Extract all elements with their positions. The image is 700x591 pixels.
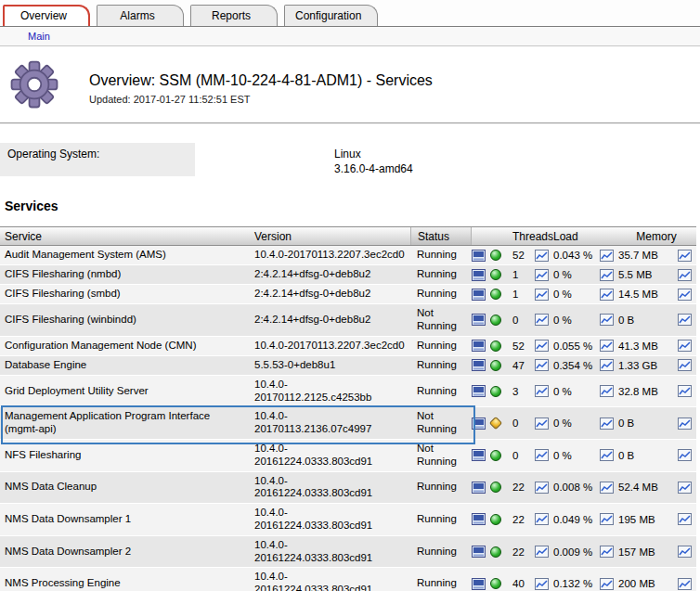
- service-name: NFS Filesharing: [5, 449, 251, 462]
- terminal-icon[interactable]: [472, 418, 486, 430]
- running-led-icon: [490, 546, 501, 558]
- load-chart-icon[interactable]: [600, 513, 616, 525]
- threads-chart-icon[interactable]: [535, 269, 551, 281]
- service-name-cell: Configuration Management Node (CMN): [0, 340, 251, 353]
- service-name-cell: Management Application Program Interface…: [0, 410, 251, 436]
- threads-chart-icon[interactable]: [535, 513, 551, 525]
- threads-chart-icon[interactable]: [535, 418, 551, 430]
- load-chart-icon[interactable]: [600, 340, 616, 352]
- os-value: Linux 3.16.0-4-amd64: [334, 143, 413, 176]
- service-version-line2: 20170113.2136.07c4997: [254, 423, 410, 436]
- terminal-icon[interactable]: [472, 289, 486, 301]
- load-chart-icon[interactable]: [600, 546, 616, 558]
- threads-value: 3: [509, 386, 535, 397]
- service-name-cell: NMS Data Cleanup: [0, 481, 251, 494]
- tab-configuration[interactable]: Configuration: [284, 5, 378, 26]
- terminal-icon[interactable]: [472, 250, 486, 262]
- service-version-cell: 10.4.0- 20161224.0333.803cd91: [251, 507, 410, 533]
- load-chart-icon[interactable]: [600, 449, 616, 461]
- service-version-line2: 20161224.0333.803cd91: [254, 552, 410, 565]
- memory-chart-icon[interactable]: [678, 385, 694, 397]
- column-header-status: Status: [410, 227, 472, 245]
- status-led-cell: [490, 450, 509, 461]
- threads-chart-icon[interactable]: [535, 289, 551, 301]
- service-status-cell: Not Running: [410, 443, 472, 469]
- memory-chart-icon[interactable]: [678, 314, 694, 326]
- terminal-icon[interactable]: [472, 546, 486, 558]
- terminal-icon[interactable]: [472, 578, 486, 590]
- terminal-icon[interactable]: [472, 513, 486, 525]
- memory-chart-icon[interactable]: [678, 482, 694, 494]
- load-chart-icon[interactable]: [600, 418, 616, 430]
- service-version-cell: 2:4.2.14+dfsg-0+deb8u2: [251, 288, 410, 301]
- service-version: 10.4.0-: [254, 443, 410, 456]
- load-value: 0.043 %: [551, 250, 600, 261]
- threads-chart-icon[interactable]: [535, 546, 551, 558]
- load-chart-icon[interactable]: [600, 314, 616, 326]
- threads-chart-icon[interactable]: [535, 250, 551, 262]
- memory-chart-icon[interactable]: [678, 546, 694, 558]
- load-chart-icon[interactable]: [600, 482, 616, 494]
- memory-chart-icon[interactable]: [678, 340, 694, 352]
- table-row: NFS Filesharing 10.4.0- 20161224.0333.80…: [0, 440, 696, 472]
- service-version-cell: 10.4.0-20170113.2207.3ec2cd0: [251, 340, 410, 353]
- services-table-body: Audit Management System (AMS) 10.4.0-201…: [0, 246, 696, 591]
- status-led-cell: [490, 578, 509, 589]
- running-led-icon: [490, 269, 501, 280]
- memory-chart-icon[interactable]: [678, 250, 694, 262]
- column-header-memory: Memory: [616, 227, 696, 245]
- terminal-icon[interactable]: [472, 359, 486, 371]
- service-status-cell: Running: [410, 268, 472, 281]
- threads-chart-icon[interactable]: [535, 482, 551, 494]
- load-chart-icon[interactable]: [600, 289, 616, 301]
- memory-chart-icon[interactable]: [678, 269, 694, 281]
- load-chart-icon[interactable]: [600, 250, 616, 262]
- status-led-cell: [490, 418, 509, 428]
- terminal-icon-cell: [472, 482, 490, 494]
- terminal-icon[interactable]: [472, 385, 486, 397]
- load-value: 0 %: [551, 269, 600, 280]
- tab-alarms[interactable]: Alarms: [97, 5, 184, 26]
- threads-chart-icon[interactable]: [535, 340, 551, 352]
- threads-chart-icon[interactable]: [535, 359, 551, 371]
- memory-chart-icon[interactable]: [678, 513, 694, 525]
- terminal-icon[interactable]: [472, 314, 486, 326]
- service-name: NMS Data Downsampler 2: [5, 546, 251, 559]
- threads-chart-icon[interactable]: [535, 385, 551, 397]
- memory-chart-icon[interactable]: [678, 578, 694, 590]
- service-name-cell: Grid Deployment Utility Server: [0, 385, 251, 398]
- table-row: Configuration Management Node (CMN) 10.4…: [0, 337, 696, 356]
- threads-chart-icon[interactable]: [535, 449, 551, 461]
- memory-chart-icon[interactable]: [678, 418, 694, 430]
- memory-chart-icon[interactable]: [678, 289, 694, 301]
- threads-chart-icon[interactable]: [535, 314, 551, 326]
- memory-chart-icon[interactable]: [678, 359, 694, 371]
- load-chart-icon[interactable]: [600, 359, 616, 371]
- terminal-icon-cell: [472, 418, 490, 430]
- terminal-icon[interactable]: [472, 269, 486, 281]
- load-value: 0 %: [551, 418, 600, 429]
- page-header: Overview: SSM (MM-10-224-4-81-ADM1) - Se…: [0, 46, 700, 113]
- service-name: Configuration Management Node (CMN): [5, 340, 251, 353]
- load-chart-icon[interactable]: [600, 269, 616, 281]
- memory-chart-icon[interactable]: [678, 449, 694, 461]
- tab-reports[interactable]: Reports: [190, 5, 278, 26]
- gear-icon: [7, 58, 63, 113]
- table-row: CIFS Filesharing (smbd) 2:4.2.14+dfsg-0+…: [0, 285, 696, 304]
- load-value: 0.055 %: [551, 340, 600, 352]
- tab-overview[interactable]: Overview: [3, 5, 90, 26]
- service-version: 10.4.0-: [254, 410, 410, 423]
- threads-chart-icon[interactable]: [535, 578, 551, 590]
- divider: [0, 122, 700, 124]
- load-chart-icon[interactable]: [600, 385, 616, 397]
- load-chart-icon[interactable]: [600, 578, 616, 590]
- running-led-icon: [490, 386, 501, 397]
- os-info-row: Operating System: Linux 3.16.0-4-amd64: [0, 143, 700, 176]
- memory-value: 200 MB: [616, 578, 678, 589]
- service-name: Management Application Program Interface: [5, 410, 251, 423]
- table-row: Audit Management System (AMS) 10.4.0-201…: [0, 246, 696, 265]
- main-link[interactable]: Main: [28, 31, 50, 42]
- terminal-icon[interactable]: [472, 449, 486, 461]
- terminal-icon[interactable]: [472, 340, 486, 352]
- terminal-icon[interactable]: [472, 482, 486, 494]
